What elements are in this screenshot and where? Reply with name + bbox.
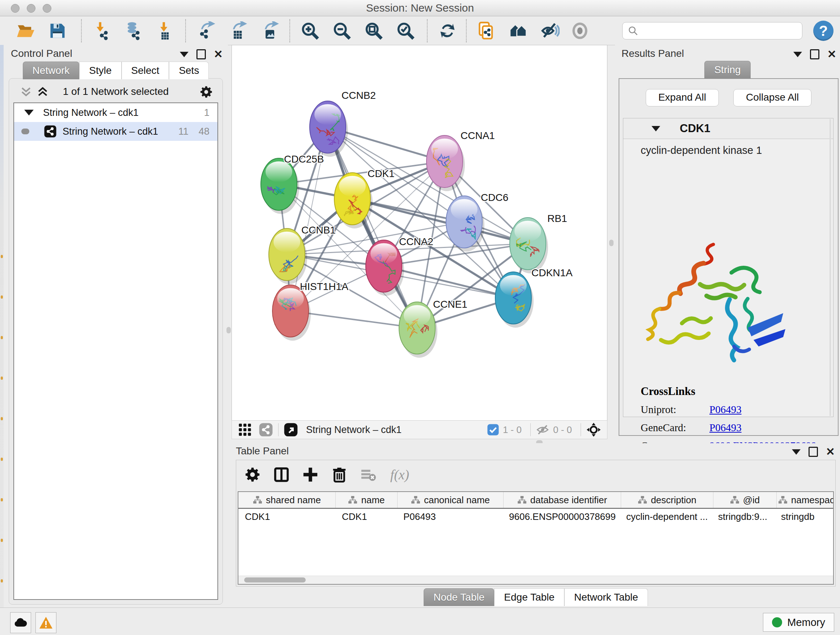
crosslink-link[interactable]: P06493 — [709, 422, 742, 434]
float-panel-icon[interactable] — [810, 49, 819, 59]
table-settings-button[interactable] — [244, 466, 261, 483]
expand-all-button[interactable]: Expand All — [646, 89, 719, 106]
table-horizontal-scrollbar[interactable] — [238, 576, 833, 584]
close-panel-icon[interactable]: ✕ — [826, 448, 835, 456]
node-CCNE1[interactable]: CCNE1 — [399, 299, 467, 358]
results-scrollbar[interactable] — [829, 119, 831, 416]
export-image-button[interactable] — [258, 20, 281, 42]
close-panel-icon[interactable]: ✕ — [214, 50, 223, 58]
gene-name: CDK1 — [680, 122, 710, 135]
tab-style[interactable]: Style — [79, 62, 121, 79]
node-table[interactable]: shared namenamecanonical namedatabase id… — [238, 491, 834, 585]
left-splitter-handle[interactable] — [226, 327, 231, 333]
node-CDC6[interactable]: CDC6 — [446, 192, 508, 252]
cell-name[interactable]: CDK1 — [335, 511, 397, 523]
cell-shared-name[interactable]: CDK1 — [238, 511, 335, 523]
scrollbar-thumb[interactable] — [244, 578, 306, 583]
panel-menu-icon[interactable] — [793, 52, 802, 57]
right-splitter-handle[interactable] — [609, 240, 614, 246]
delete-column-button[interactable] — [331, 466, 347, 483]
section-expander-icon[interactable] — [652, 126, 660, 131]
cell-database-identifier[interactable]: 9606.ENSP00000378699 — [502, 511, 620, 523]
cloud-icon — [13, 617, 28, 629]
node-HIST1H1A[interactable]: HIST1H1A — [272, 281, 348, 340]
collection-expander-icon[interactable] — [24, 110, 34, 116]
control-panel-title: Control Panel — [11, 48, 73, 59]
column-header-description[interactable]: description — [621, 492, 714, 508]
open-session-button[interactable] — [14, 20, 37, 42]
tab-edge-table[interactable]: Edge Table — [494, 588, 564, 606]
zoom-selected-button[interactable] — [394, 20, 417, 42]
zoom-in-icon — [301, 21, 319, 40]
close-panel-icon[interactable]: ✕ — [827, 50, 836, 58]
birdseye-view-button[interactable] — [569, 20, 591, 42]
network-options-gear-icon[interactable] — [199, 85, 213, 99]
add-column-button[interactable] — [302, 466, 319, 483]
network-canvas[interactable]: CCNB2 CCNA1 CDC25B CDK1 CDC6 — [232, 45, 607, 421]
tab-select[interactable]: Select — [122, 62, 169, 79]
node-CDKN1A[interactable]: CDKN1A — [495, 267, 573, 328]
column-header-name[interactable]: name — [336, 492, 398, 508]
memory-button[interactable]: Memory — [763, 613, 834, 632]
search-input[interactable] — [642, 25, 802, 37]
network-share-icon[interactable] — [259, 423, 273, 437]
column-header-namespace[interactable]: namespace — [777, 492, 834, 508]
table-row[interactable]: CDK1CDK1P064939606.ENSP00000378699cyclin… — [238, 509, 833, 524]
import-table-file-button[interactable] — [153, 20, 176, 42]
network-row[interactable]: String Network – cdk1 11 48 — [14, 122, 218, 141]
hide-graphics-details-button[interactable] — [539, 20, 561, 42]
tab-network-table[interactable]: Network Table — [564, 588, 648, 606]
tab-string[interactable]: String — [704, 61, 750, 79]
cell--id[interactable]: stringdb:9... — [712, 511, 775, 523]
cell-canonical-name[interactable]: P06493 — [397, 511, 502, 523]
hidden-eye-icon[interactable] — [536, 424, 549, 436]
window-title: Session: New Session — [0, 0, 840, 16]
node-CCNB2[interactable]: CCNB2 — [309, 90, 376, 157]
crosslink-link[interactable]: P06493 — [709, 404, 742, 416]
detach-view-icon[interactable] — [284, 423, 298, 437]
help-button[interactable]: ? — [813, 21, 834, 41]
save-session-button[interactable] — [46, 20, 69, 42]
import-network-file-button[interactable] — [90, 20, 112, 42]
column-header-shared-name[interactable]: shared name — [238, 492, 336, 508]
column-header--id[interactable]: @id — [714, 492, 777, 508]
import-network-database-button[interactable] — [122, 20, 144, 42]
zoom-out-button[interactable] — [331, 20, 353, 42]
collapse-all-button[interactable]: Collapse All — [733, 89, 812, 106]
apply-layout-button[interactable] — [436, 20, 459, 42]
export-table-button[interactable] — [226, 20, 249, 42]
selected-checkbox-icon[interactable] — [487, 424, 499, 436]
function-builder-button[interactable]: f(x) — [389, 466, 412, 483]
grid-view-icon[interactable] — [238, 423, 252, 437]
tab-node-table[interactable]: Node Table — [424, 588, 494, 606]
gene-section-header[interactable]: CDK1 — [623, 119, 833, 139]
cell-namespace[interactable]: stringdb — [775, 511, 834, 523]
cloud-button[interactable] — [10, 612, 31, 633]
network-from-selection-button[interactable] — [475, 20, 498, 42]
delete-table-button[interactable] — [360, 466, 377, 483]
edge-CCNB2-CCNE1[interactable] — [328, 127, 417, 328]
network-collection-row[interactable]: String Network – cdk1 1 — [14, 103, 218, 122]
float-panel-icon[interactable] — [196, 49, 206, 59]
node-CCNA1[interactable]: CCNA1 — [426, 130, 495, 191]
cell-description[interactable]: cyclin-dependent ... — [620, 511, 712, 523]
node-RB1[interactable]: RB1 — [510, 213, 567, 273]
export-network-button[interactable] — [195, 20, 217, 42]
zoom-in-button[interactable] — [299, 20, 321, 42]
tab-network[interactable]: Network — [23, 62, 80, 79]
search-icon — [628, 25, 638, 36]
panel-menu-icon[interactable] — [792, 449, 801, 455]
node-CDC25B[interactable]: CDC25B — [261, 154, 324, 214]
warnings-button[interactable] — [35, 612, 57, 633]
column-header-canonical-name[interactable]: canonical name — [398, 492, 504, 508]
show-columns-button[interactable] — [273, 466, 290, 483]
birdseye-toggle-icon[interactable] — [586, 422, 601, 437]
show-welcome-screen-button[interactable] — [507, 20, 530, 42]
node-CCNB1[interactable]: CCNB1 — [269, 225, 336, 284]
column-header-database-identifier[interactable]: database identifier — [504, 492, 621, 508]
tab-sets[interactable]: Sets — [169, 62, 209, 79]
float-panel-icon[interactable] — [808, 447, 818, 457]
panel-menu-icon[interactable] — [180, 52, 188, 57]
search-box[interactable] — [622, 22, 802, 40]
zoom-fit-button[interactable] — [363, 20, 385, 42]
